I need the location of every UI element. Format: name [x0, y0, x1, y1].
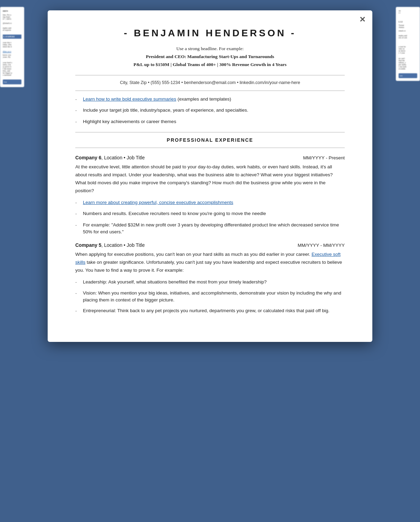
- list-item: · Include your target job title, industr…: [75, 107, 345, 114]
- exec-accomplishments-link[interactable]: Learn more about creating powerful, conc…: [83, 200, 233, 205]
- job-2-company: Company 5, Location • Job Title: [75, 242, 145, 248]
- bullet-dot: ·: [75, 96, 82, 103]
- list-item: · Vision: When you mention your big idea…: [75, 290, 345, 304]
- job-1-bullet-3: For example: "Added $32M in new profit o…: [83, 222, 345, 236]
- job-1-header: Company 6, Location • Job Title MM/YYYY …: [75, 155, 345, 160]
- job-1-bullets: · Learn more about creating powerful, co…: [75, 199, 345, 235]
- professional-experience-header: PROFESSIONAL EXPERIENCE: [75, 137, 345, 143]
- list-item: · Highlight key achievements or career t…: [75, 118, 345, 126]
- job-1-bullet-1: Learn more about creating powerful, conc…: [83, 199, 233, 206]
- job-1-description: At the executive level, little attention…: [75, 163, 345, 195]
- list-item: · Leadership: Ask yourself, what situati…: [75, 279, 345, 286]
- job-2-bullet-3: Entrepreneurial: Think back to any pet p…: [83, 307, 330, 314]
- job-2-desc-part3: take on greater significance. Unfortunat…: [75, 260, 342, 273]
- list-item: · Learn how to write bold executive summ…: [75, 96, 345, 103]
- job-1-bullet-2: Numbers and results. Executive recruiter…: [83, 210, 266, 217]
- divider-3: [75, 132, 345, 132]
- bullet-dot: ·: [75, 307, 82, 315]
- divider-2: [75, 91, 345, 91]
- resume-modal: ✕ - BENJAMIN HENDERSON - Use a strong he…: [48, 10, 372, 342]
- headline-line2: President and CEO: Manufacturing Start-U…: [75, 53, 345, 61]
- headline-line3: P&L up to $150M | Global Teams of 400+ |…: [75, 61, 345, 69]
- resume-name: - BENJAMIN HENDERSON -: [75, 28, 345, 39]
- bullet-dot: ·: [75, 107, 82, 114]
- summary-bullet-3: Highlight key achievements or career the…: [83, 118, 176, 125]
- bullet-dot: ·: [75, 199, 82, 207]
- summary-bullet-section: · Learn how to write bold executive summ…: [75, 96, 345, 126]
- contact-line: City, State Zip • (555) 555-1234 • benhe…: [75, 80, 345, 85]
- job-2-desc-part1: When applying for executive positions, y…: [75, 252, 312, 257]
- job-2-bullets: · Leadership: Ask yourself, what situati…: [75, 279, 345, 315]
- divider-4: [75, 148, 345, 148]
- bullet-dot: ·: [75, 279, 82, 286]
- job-2-bullet-1: Leadership: Ask yourself, what situation…: [83, 279, 267, 286]
- list-item: · Learn more about creating powerful, co…: [75, 199, 345, 207]
- exec-summary-link[interactable]: Learn how to write bold executive summar…: [83, 96, 176, 102]
- job-2-description: When applying for executive positions, y…: [75, 251, 345, 274]
- bullet-dot: ·: [75, 222, 82, 229]
- divider-1: [75, 75, 345, 75]
- bullet-dot: ·: [75, 118, 82, 126]
- page-wrapper: ✕ - BENJAMIN HENDERSON - Use a strong he…: [7, 7, 413, 345]
- exec-summary-link-suffix: (examples and templates): [176, 96, 231, 102]
- list-item: · Entrepreneurial: Think back to any pet…: [75, 307, 345, 315]
- job-2-bullet-2: Vision: When you mention your big ideas,…: [83, 290, 345, 304]
- resume-headline: Use a strong headline. For example: Pres…: [75, 45, 345, 69]
- job-2-dates: MM/YYYY - MM/YYYY: [298, 243, 345, 248]
- bullet-dot: ·: [75, 290, 82, 297]
- summary-bullet-1: Learn how to write bold executive summar…: [83, 96, 231, 103]
- job-1-dates: MM/YYYY - Present: [303, 155, 345, 160]
- bullet-dot: ·: [75, 210, 82, 218]
- job-1-company: Company 6, Location • Job Title: [75, 155, 145, 160]
- close-button[interactable]: ✕: [359, 16, 365, 24]
- headline-line1: Use a strong headline. For example:: [75, 45, 345, 53]
- list-item: · Numbers and results. Executive recruit…: [75, 210, 345, 218]
- job-2-header: Company 5, Location • Job Title MM/YYYY …: [75, 242, 345, 248]
- list-item: · For example: "Added $32M in new profit…: [75, 222, 345, 236]
- summary-bullet-2: Include your target job title, industry/…: [83, 107, 248, 114]
